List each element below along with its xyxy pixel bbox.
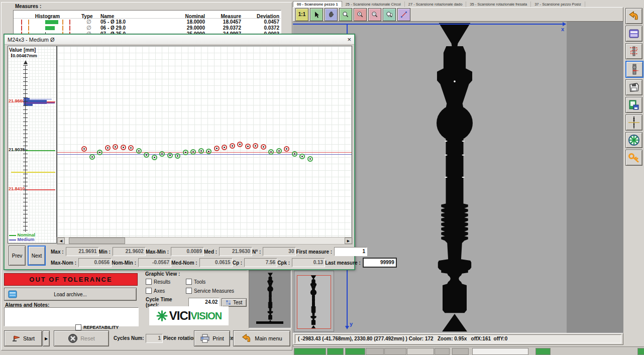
side-export-button[interactable]	[625, 97, 642, 113]
taskbar-segment[interactable]	[294, 348, 326, 355]
col-deviation[interactable]: Deviation	[243, 14, 281, 19]
stat-value[interactable]: 99999	[363, 258, 397, 268]
side-part-setup-button[interactable]	[625, 114, 642, 131]
col-type[interactable]: Type	[81, 14, 100, 19]
taskbar-segment[interactable]	[637, 348, 644, 355]
scan-tab[interactable]: 25 - Scansione rotazionale Circol	[342, 2, 405, 7]
stat-value[interactable]: 1	[334, 247, 367, 256]
data-point[interactable]	[284, 146, 289, 152]
taskbar-segment[interactable]	[345, 348, 365, 355]
taskbar-segment[interactable]	[435, 348, 450, 355]
overview-thumbnail[interactable]	[294, 271, 334, 332]
scroll-left-icon[interactable]: ◀	[57, 238, 65, 244]
data-point[interactable]	[113, 144, 118, 150]
data-point[interactable]	[214, 146, 220, 151]
main-menu-button[interactable]: Main menu	[233, 330, 290, 346]
data-point[interactable]	[230, 143, 235, 149]
side-vici-logo-button[interactable]	[625, 132, 642, 148]
data-point[interactable]	[299, 154, 305, 159]
data-point[interactable]	[175, 153, 180, 159]
scan-tab[interactable]: 37 - Scansione pezzo Posiz	[531, 2, 585, 7]
data-point[interactable]	[81, 146, 87, 152]
side-archive-button[interactable]	[625, 26, 642, 42]
scroll-thumb[interactable]	[69, 238, 125, 244]
scan-tab[interactable]: 27 - Scansione rotazionale dado	[405, 2, 467, 7]
taskbar-segment[interactable]	[452, 348, 469, 355]
close-icon[interactable]: ×	[347, 37, 351, 43]
dialog-titlebar[interactable]: M24x3 - Medium Ø ×	[5, 35, 354, 45]
table-row[interactable]: ∅05 - Ø 18.018.000018.04570.0457	[14, 19, 281, 25]
side-key-button[interactable]	[625, 150, 642, 166]
chart-hscrollbar[interactable]: ◀ ▶	[57, 237, 353, 245]
side-program-path-button[interactable]	[625, 43, 642, 59]
data-point[interactable]	[276, 148, 282, 154]
graphic-view-checkbox[interactable]: Service Measures	[186, 288, 246, 294]
data-point[interactable]	[261, 144, 266, 150]
trend-chart[interactable]	[57, 46, 352, 238]
col-name[interactable]: Name	[100, 14, 171, 19]
graphic-view-checkbox[interactable]: Axes	[146, 288, 186, 294]
start-options-button[interactable]: ▶	[43, 330, 50, 346]
zoom-in-icon	[356, 11, 364, 19]
zoom-window-button[interactable]	[383, 8, 396, 21]
data-point-center	[224, 147, 225, 148]
stat-field: Min :21.9602	[99, 247, 146, 256]
data-point[interactable]	[292, 151, 297, 157]
data-point[interactable]	[121, 145, 126, 150]
taskbar-segment[interactable]	[472, 348, 528, 355]
data-point[interactable]	[167, 153, 173, 158]
zoom-out-button[interactable]	[368, 8, 381, 21]
test-button[interactable]: Test	[222, 298, 247, 307]
taskbar-segment[interactable]	[407, 348, 434, 355]
taskbar-segment[interactable]	[535, 348, 551, 355]
data-point[interactable]	[253, 143, 258, 149]
data-point[interactable]	[222, 145, 227, 150]
graphic-view-checkbox[interactable]: Tools	[186, 279, 246, 285]
start-button[interactable]: Start	[4, 330, 42, 346]
data-point[interactable]	[152, 155, 157, 160]
data-point[interactable]	[190, 149, 196, 155]
zoom-button[interactable]	[339, 8, 352, 21]
table-row[interactable]: ∅06 - Ø 29.029.000029.03720.0372	[14, 25, 281, 31]
side-save-button[interactable]	[625, 79, 642, 95]
data-point[interactable]	[206, 149, 211, 154]
taskbar-segment[interactable]	[384, 348, 406, 355]
load-archive-button[interactable]: Load archive...	[4, 288, 137, 301]
actual-size-button[interactable]: 1:1	[295, 8, 308, 21]
taskbar-segment[interactable]	[366, 348, 384, 355]
measure-line-button[interactable]	[397, 8, 410, 21]
side-laser-measure-button[interactable]	[625, 61, 643, 78]
data-point[interactable]	[105, 145, 111, 151]
cycle-time-field[interactable]: 24.02	[188, 298, 220, 307]
reset-button[interactable]: Reset	[54, 330, 109, 346]
data-point[interactable]	[159, 151, 165, 157]
data-point[interactable]	[183, 150, 188, 155]
prev-button[interactable]: Prev	[9, 246, 26, 266]
print-button[interactable]: Print	[194, 330, 230, 346]
pan-button[interactable]	[325, 8, 338, 21]
zoom-in-button[interactable]	[354, 8, 367, 21]
graphic-view-checkbox[interactable]: Results	[146, 279, 186, 285]
data-point[interactable]	[237, 142, 243, 147]
taskbar-segment[interactable]	[327, 348, 344, 355]
scan-tab[interactable]: 35 - Scansione rotazionale fresata	[466, 2, 531, 7]
data-point[interactable]	[136, 148, 142, 154]
data-point[interactable]	[128, 145, 134, 151]
data-point[interactable]	[144, 152, 149, 158]
alarms-notes-textarea[interactable]	[4, 307, 139, 326]
data-point[interactable]	[245, 144, 251, 149]
scroll-right-icon[interactable]: ▶	[345, 238, 352, 244]
pointer-button[interactable]	[310, 8, 323, 21]
data-point[interactable]	[89, 154, 95, 160]
col-histogram[interactable]: Histogram	[14, 14, 81, 19]
next-button[interactable]: Next	[28, 246, 46, 266]
data-point[interactable]	[307, 156, 313, 162]
scale-marker: I0.00467mm	[11, 53, 37, 58]
col-nominal[interactable]: Nominal	[171, 14, 207, 19]
cycles-num-field[interactable]: 1	[146, 334, 163, 343]
col-measure[interactable]: Measure	[207, 14, 243, 19]
scan-tab[interactable]: 00 - Scansione pezzo 1	[293, 1, 342, 7]
data-point[interactable]	[268, 149, 274, 155]
side-main-menu-button[interactable]	[625, 8, 642, 24]
data-point[interactable]	[198, 148, 204, 154]
